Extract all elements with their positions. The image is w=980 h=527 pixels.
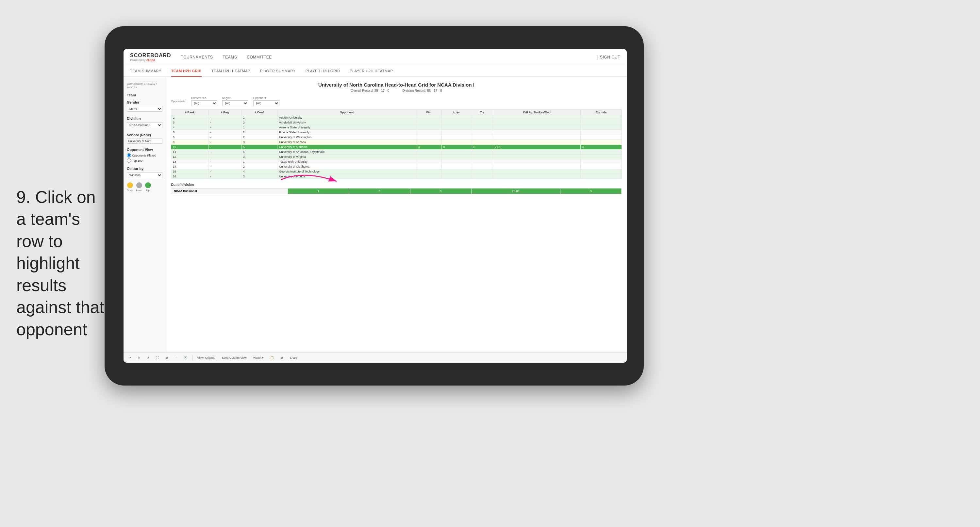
toolbar-redo[interactable]: ↻ xyxy=(136,355,142,360)
cell-rank: 15 xyxy=(171,169,208,174)
cell-rounds xyxy=(581,164,622,169)
toolbar-save-custom-view[interactable]: Save Custom View xyxy=(220,355,248,360)
sub-nav-team-summary[interactable]: TEAM SUMMARY xyxy=(130,66,161,77)
cell-loss xyxy=(441,130,471,135)
cell-diff xyxy=(493,115,581,120)
table-row[interactable]: 6-2Florida State University xyxy=(171,130,622,135)
cell-diff xyxy=(493,169,581,174)
cell-diff xyxy=(493,159,581,164)
radio-top100[interactable]: Top 100 xyxy=(127,158,162,163)
top-nav-right: | Sign out xyxy=(597,53,620,61)
cell-loss xyxy=(441,125,471,130)
filter-opponent-select[interactable]: (All) xyxy=(253,100,279,106)
cell-loss xyxy=(441,120,471,125)
table-row[interactable]: 15-4Georgia Institute of Technology xyxy=(171,169,622,174)
cell-rank: 14 xyxy=(171,164,208,169)
table-row[interactable]: 11-6University of Arkansas, Fayetteville xyxy=(171,150,622,154)
filter-opponents: Opponents: xyxy=(171,100,186,103)
cell-rank: 12 xyxy=(171,154,208,159)
table-row[interactable]: 8-2University of Washington xyxy=(171,135,622,140)
toolbar-view-original[interactable]: View: Original xyxy=(196,355,217,360)
sub-nav-player-h2h-grid[interactable]: PLAYER H2H GRID xyxy=(305,66,340,77)
toolbar-share[interactable]: Share xyxy=(288,355,299,360)
sub-nav-team-h2h-grid[interactable]: TEAM H2H GRID xyxy=(171,66,202,77)
cell-rank: 16 xyxy=(171,174,208,179)
table-row[interactable]: 3-2Vanderbilt University xyxy=(171,120,622,125)
cell-rounds xyxy=(581,130,622,135)
cell-conf: 2 xyxy=(241,130,277,135)
table-row[interactable]: 2-1Auburn University xyxy=(171,115,622,120)
cell-diff: 2.61 xyxy=(493,145,581,150)
filter-conference-select[interactable]: (All) xyxy=(191,100,217,106)
cell-conf: 4 xyxy=(241,169,277,174)
filter-opponent-label: Opponent xyxy=(253,96,279,100)
cell-tie xyxy=(471,174,493,179)
sidebar-division-select[interactable]: NCAA Division I xyxy=(127,122,162,128)
toolbar-undo2[interactable]: ↺ xyxy=(145,355,151,360)
toolbar-icon1[interactable]: 📋 xyxy=(269,355,275,360)
sub-nav-team-h2h-heatmap[interactable]: TEAM H2H HEATMAP xyxy=(212,66,250,77)
toolbar-fit[interactable]: ⛶ xyxy=(154,355,161,360)
table-row[interactable]: 12-3University of Virginia xyxy=(171,154,622,159)
cell-win xyxy=(416,140,441,145)
cell-reg: - xyxy=(208,174,241,179)
nav-committee[interactable]: COMMITTEE xyxy=(247,53,272,61)
toolbar-copy[interactable]: ⊞ xyxy=(164,355,170,360)
table-row[interactable]: 10-5University of Alabama3002.618 xyxy=(171,145,622,150)
cell-reg: - xyxy=(208,169,241,174)
table-row[interactable]: 4-1Arizona State University xyxy=(171,125,622,130)
logo-powered: Powered by clippd xyxy=(130,59,171,62)
cell-win xyxy=(416,150,441,154)
col-opponent: Opponent xyxy=(277,110,416,115)
sub-nav-player-h2h-heatmap[interactable]: PLAYER H2H HEATMAP xyxy=(350,66,393,77)
cell-opponent: Auburn University xyxy=(277,115,416,120)
instruction-text: 9. Click on a team's row to highlight re… xyxy=(16,186,108,341)
toolbar-undo[interactable]: ↩ xyxy=(127,355,133,360)
legend-dot-level xyxy=(136,182,142,188)
cell-diff xyxy=(493,130,581,135)
sub-nav: TEAM SUMMARY TEAM H2H GRID TEAM H2H HEAT… xyxy=(124,65,627,77)
colour-by-select[interactable]: Win/loss xyxy=(127,172,162,178)
cell-reg: - xyxy=(208,115,241,120)
filter-region-select[interactable]: (All) xyxy=(222,100,248,106)
cell-tie xyxy=(471,154,493,159)
cell-win xyxy=(416,159,441,164)
cell-conf: 3 xyxy=(241,154,277,159)
toolbar-watch[interactable]: Watch ▾ xyxy=(251,355,266,360)
filter-opponents-label: Opponents: xyxy=(171,100,186,103)
cell-opponent: Vanderbilt University xyxy=(277,120,416,125)
table-row[interactable]: 9-3University of Arizona xyxy=(171,140,622,145)
sign-out-link[interactable]: Sign out xyxy=(600,53,620,61)
legend-dot-up xyxy=(145,182,151,188)
nav-teams[interactable]: TEAMS xyxy=(223,53,237,61)
cell-reg: - xyxy=(208,135,241,140)
separator: | xyxy=(597,55,598,59)
sidebar-gender-select[interactable]: Men's xyxy=(127,106,162,112)
legend-down: Down xyxy=(127,182,133,192)
cell-tie xyxy=(471,164,493,169)
cell-reg: - xyxy=(208,140,241,145)
data-area: University of North Carolina Head-to-Hea… xyxy=(166,77,627,352)
table-row[interactable]: 14-2University of Oklahoma xyxy=(171,164,622,169)
toolbar-clock[interactable]: 🕐 xyxy=(182,355,189,360)
cell-tie xyxy=(471,140,493,145)
cell-win xyxy=(416,130,441,135)
out-of-division-row[interactable]: NCAA Division II 1 0 0 26.00 3 xyxy=(171,188,622,194)
cell-win xyxy=(416,174,441,179)
division-record: Division Record: 88 - 17 - 0 xyxy=(402,89,442,92)
cell-opponent: Arizona State University xyxy=(277,125,416,130)
nav-tournaments[interactable]: TOURNAMENTS xyxy=(181,53,213,61)
table-row[interactable]: 13-1Texas Tech University xyxy=(171,159,622,164)
radio-opponents-played[interactable]: Opponents Played xyxy=(127,153,162,158)
cell-loss xyxy=(441,150,471,154)
cell-loss xyxy=(441,115,471,120)
filter-opponent: Opponent (All) xyxy=(253,96,279,106)
cell-opponent: Florida State University xyxy=(277,130,416,135)
sidebar-school-display[interactable]: University of Nort... xyxy=(127,139,162,144)
out-div-rounds: 3 xyxy=(560,188,622,194)
sub-nav-player-summary[interactable]: PLAYER SUMMARY xyxy=(260,66,296,77)
toolbar-ellipsis[interactable]: ··· xyxy=(173,355,179,360)
toolbar-icon2[interactable]: ⊞ xyxy=(279,355,285,360)
col-win: Win xyxy=(416,110,441,115)
table-row[interactable]: 16-3University of Florida xyxy=(171,174,622,179)
